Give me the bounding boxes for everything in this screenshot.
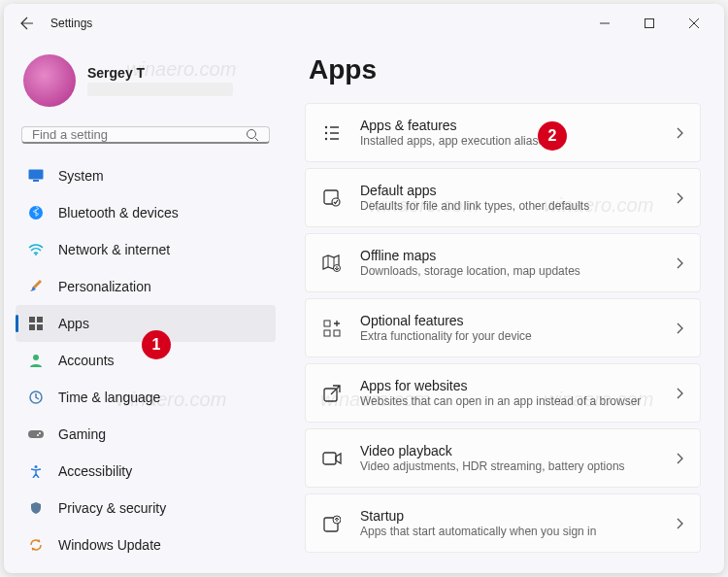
gaming-icon (27, 425, 45, 443)
card-apps-websites[interactable]: Apps for websitesWebsites that can open … (305, 363, 701, 423)
card-title: Default apps (360, 183, 677, 198)
svg-rect-8 (29, 324, 35, 330)
card-subtitle: Defaults for file and link types, other … (360, 199, 677, 213)
search-input[interactable] (32, 127, 246, 142)
svg-point-5 (35, 254, 37, 255)
card-subtitle: Extra functionality for your device (360, 329, 677, 343)
chevron-right-icon (677, 192, 684, 204)
card-optional-features[interactable]: Optional featuresExtra functionality for… (305, 298, 701, 357)
sidebar-item-bluetooth[interactable]: Bluetooth & devices (16, 194, 276, 231)
sidebar-item-label: Windows Update (58, 537, 161, 553)
sidebar-item-label: Gaming (58, 426, 106, 442)
sidebar-item-label: Accessibility (58, 463, 132, 479)
svg-rect-22 (324, 321, 330, 326)
svg-point-14 (37, 434, 39, 436)
sidebar-item-label: Network & internet (58, 242, 170, 257)
sidebar-item-label: Personalization (58, 279, 151, 294)
shield-icon (27, 499, 45, 517)
card-title: Video playback (360, 443, 677, 458)
sidebar-item-label: Accounts (58, 353, 115, 368)
annotation-badge-1: 1 (142, 330, 171, 359)
svg-rect-26 (323, 453, 336, 464)
sidebar-item-accessibility[interactable]: Accessibility (16, 453, 276, 490)
close-icon (689, 18, 699, 28)
svg-rect-23 (324, 330, 330, 336)
svg-rect-12 (28, 430, 44, 438)
profile-name: Sergey T (87, 65, 233, 81)
sidebar: Sergey T System Bluetooth & devices (4, 43, 287, 573)
svg-rect-6 (29, 317, 35, 322)
svg-point-17 (325, 131, 327, 133)
sidebar-item-label: Bluetooth & devices (58, 205, 179, 221)
main-content: Apps Apps & featuresInstalled apps, app … (287, 43, 724, 573)
chevron-right-icon (677, 388, 684, 399)
system-icon (27, 167, 45, 185)
page-title: Apps (309, 54, 701, 85)
video-icon (321, 448, 343, 469)
sidebar-item-time[interactable]: Time & language (16, 379, 276, 416)
card-apps-features[interactable]: Apps & featuresInstalled apps, app execu… (305, 103, 701, 162)
svg-point-1 (248, 129, 256, 138)
card-subtitle: Apps that start automatically when you s… (360, 525, 677, 538)
default-apps-icon (321, 187, 343, 209)
back-button[interactable] (12, 8, 43, 39)
maximize-button[interactable] (627, 8, 672, 39)
titlebar: Settings (4, 4, 724, 43)
card-title: Startup (360, 508, 677, 524)
chevron-right-icon (677, 453, 684, 464)
svg-rect-0 (645, 19, 654, 28)
card-subtitle: Downloads, storage location, map updates (360, 264, 677, 278)
search-icon (246, 128, 259, 142)
sidebar-item-privacy[interactable]: Privacy & security (16, 490, 276, 526)
sidebar-item-update[interactable]: Windows Update (16, 526, 276, 563)
paintbrush-icon (27, 278, 45, 295)
update-icon (27, 536, 45, 554)
sidebar-item-network[interactable]: Network & internet (16, 231, 276, 268)
svg-rect-24 (334, 330, 340, 336)
profile-block[interactable]: Sergey T (16, 43, 276, 122)
svg-rect-2 (29, 170, 44, 180)
close-button[interactable] (672, 8, 716, 39)
profile-email-placeholder (87, 83, 233, 96)
map-icon (321, 253, 343, 274)
card-subtitle: Installed apps, app execution aliases (360, 134, 677, 148)
maximize-icon (645, 18, 654, 28)
window-title: Settings (50, 17, 92, 30)
grid-plus-icon (321, 318, 343, 339)
card-default-apps[interactable]: Default appsDefaults for file and link t… (305, 168, 701, 227)
arrow-left-icon (19, 16, 35, 31)
card-title: Apps for websites (360, 378, 677, 393)
card-title: Optional features (360, 313, 677, 328)
bluetooth-icon (27, 204, 45, 221)
card-subtitle: Video adjustments, HDR streaming, batter… (360, 459, 677, 473)
chevron-right-icon (677, 257, 684, 269)
sidebar-item-label: Privacy & security (58, 500, 166, 516)
chevron-right-icon (677, 518, 684, 529)
sidebar-item-system[interactable]: System (16, 157, 276, 194)
sidebar-item-label: Time & language (58, 390, 160, 405)
card-video-playback[interactable]: Video playbackVideo adjustments, HDR str… (305, 428, 701, 488)
svg-rect-3 (33, 180, 39, 182)
chevron-right-icon (677, 127, 684, 139)
settings-window: Settings Sergey T S (4, 4, 724, 573)
svg-rect-7 (37, 317, 43, 322)
sidebar-item-label: Apps (58, 316, 89, 331)
svg-point-15 (35, 465, 38, 468)
card-startup[interactable]: StartupApps that start automatically whe… (305, 493, 701, 553)
nav-list: System Bluetooth & devices Network & int… (16, 157, 276, 563)
svg-point-16 (325, 125, 327, 127)
startup-icon (321, 513, 343, 534)
card-title: Offline maps (360, 248, 677, 263)
minimize-button[interactable] (582, 8, 627, 39)
sidebar-item-personalization[interactable]: Personalization (16, 268, 276, 305)
search-box[interactable] (21, 126, 270, 144)
card-offline-maps[interactable]: Offline mapsDownloads, storage location,… (305, 233, 701, 292)
svg-point-13 (39, 432, 41, 434)
sidebar-item-gaming[interactable]: Gaming (16, 416, 276, 453)
svg-point-10 (33, 355, 39, 360)
apps-icon (27, 315, 45, 332)
list-icon (321, 122, 343, 144)
sidebar-item-label: System (58, 168, 104, 184)
minimize-icon (600, 18, 610, 28)
accessibility-icon (27, 462, 45, 480)
